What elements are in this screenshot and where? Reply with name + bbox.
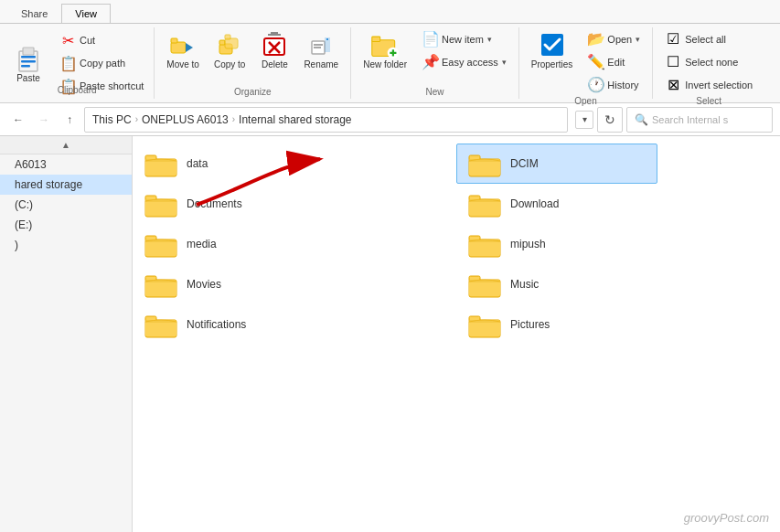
svg-rect-55 — [469, 199, 500, 202]
file-item-dcim[interactable]: DCIM — [456, 144, 657, 184]
copy-to-icon — [215, 30, 244, 59]
clipboard-label: Clipboard — [0, 85, 154, 97]
select-group: ☑ Select all ☐ Select none ⊠ Invert sele… — [653, 27, 764, 99]
svg-marker-7 — [186, 43, 193, 52]
select-none-button[interactable]: ☐ Select none — [658, 50, 759, 73]
svg-rect-9 — [219, 40, 225, 45]
file-item-pictures[interactable]: Pictures — [456, 304, 657, 345]
folder-icon — [144, 230, 177, 258]
file-name: mipush — [510, 238, 546, 250]
address-dropdown-button[interactable]: ▾ — [575, 111, 593, 129]
select-all-button[interactable]: ☑ Select all — [658, 27, 759, 50]
svg-rect-6 — [171, 38, 177, 43]
breadcrumb-sep-2: › — [232, 114, 235, 124]
breadcrumb-this-pc[interactable]: This PC — [92, 113, 132, 126]
copy-path-button[interactable]: 📋 Copy path — [53, 52, 150, 75]
tab-share[interactable]: Share — [7, 4, 61, 23]
svg-rect-31 — [145, 159, 176, 162]
search-placeholder: Search Internal s — [652, 114, 728, 125]
file-item-music[interactable]: Music — [456, 264, 657, 304]
tab-view[interactable]: View — [61, 4, 111, 23]
file-item-data[interactable]: data — [133, 144, 334, 184]
svg-rect-5 — [171, 42, 186, 53]
easy-access-button[interactable]: 📌 Easy access ▾ — [415, 50, 513, 73]
new-folder-button[interactable]: New folder — [357, 27, 413, 72]
sidebar-item-e[interactable]: (E:) — [0, 215, 132, 235]
file-item-notifications[interactable]: Notifications — [133, 304, 334, 345]
file-item-movies[interactable]: Movies — [133, 264, 334, 304]
new-small-btns: 📄 New item ▾ 📌 Easy access ▾ — [415, 27, 513, 73]
file-name: DCIM — [510, 157, 539, 170]
new-item-label: New item — [442, 34, 484, 45]
cut-label: Cut — [80, 35, 95, 46]
address-bar: ← → ↑ This PC › ONEPLUS A6013 › Internal… — [0, 103, 780, 136]
rename-label: Rename — [304, 59, 338, 69]
history-button[interactable]: 🕐 History — [581, 73, 646, 96]
svg-rect-4 — [21, 65, 30, 68]
file-item-documents[interactable]: Documents — [133, 184, 334, 224]
file-item-download[interactable]: Download — [456, 184, 657, 224]
clipboard-group: Paste ✂ Cut 📋 Copy path 📋 Paste shortcut… — [0, 27, 155, 99]
up-button[interactable]: ↑ — [59, 109, 80, 131]
properties-icon — [538, 30, 567, 59]
select-items: ☑ Select all ☐ Select none ⊠ Invert sele… — [658, 27, 759, 96]
folder-icon — [144, 150, 177, 177]
search-box[interactable]: 🔍 Search Internal s — [626, 107, 773, 133]
sidebar-item-c[interactable]: (C:) — [0, 195, 132, 215]
edit-button[interactable]: ✏️ Edit — [581, 50, 646, 73]
sidebar: ▲ A6013 hared storage (C:) (E:) ) — [0, 136, 133, 532]
file-name: Notifications — [187, 318, 246, 331]
new-item-button[interactable]: 📄 New item ▾ — [415, 27, 513, 50]
cut-button[interactable]: ✂ Cut — [53, 29, 150, 52]
sidebar-item-other[interactable]: ) — [0, 235, 132, 255]
paste-button[interactable]: Paste — [4, 41, 53, 86]
file-name: data — [187, 157, 208, 170]
move-to-icon — [168, 30, 198, 59]
properties-button[interactable]: Properties — [525, 27, 580, 72]
breadcrumb-oneplus[interactable]: ONEPLUS A6013 — [142, 113, 229, 126]
back-button[interactable]: ← — [7, 109, 29, 131]
watermark: groovyPost.com — [684, 511, 769, 525]
select-all-icon: ☑ — [665, 30, 681, 48]
svg-rect-39 — [145, 239, 176, 242]
file-content: data Documents media Movie — [133, 136, 780, 532]
delete-label: Delete — [262, 59, 288, 69]
file-column-right: DCIM Download mipush Music — [456, 144, 780, 345]
sidebar-item-shared-storage[interactable]: hared storage — [0, 175, 132, 195]
sidebar-item-a6013[interactable]: A6013 — [0, 154, 132, 175]
forward-button[interactable]: → — [33, 109, 55, 131]
open-items: Properties 📂 Open ▾ ✏️ Edit 🕐 History — [525, 27, 647, 96]
main-area: ▲ A6013 hared storage (C:) (E:) ) data D… — [0, 136, 780, 532]
breadcrumb-internal-storage[interactable]: Internal shared storage — [239, 113, 351, 126]
delete-button[interactable]: Delete — [253, 27, 295, 72]
delete-icon — [260, 30, 289, 59]
breadcrumb-bar: This PC › ONEPLUS A6013 › Internal share… — [84, 107, 568, 133]
file-item-mipush[interactable]: mipush — [456, 224, 657, 264]
open-label: Open — [525, 96, 647, 108]
organize-label: Organize — [160, 87, 345, 99]
ribbon-tabs: Share View — [0, 4, 780, 24]
open-icon: 📂 — [587, 30, 604, 48]
move-to-button[interactable]: Move to — [160, 27, 206, 72]
svg-rect-67 — [469, 320, 500, 323]
properties-label: Properties — [531, 59, 573, 69]
organize-group: Move to Copy to — [155, 27, 351, 99]
new-label: New — [357, 87, 513, 99]
paste-icon — [14, 44, 43, 73]
sidebar-scroll-up[interactable]: ▲ — [0, 136, 132, 154]
organize-items: Move to Copy to — [160, 27, 345, 87]
file-name: Documents — [187, 197, 242, 210]
select-none-label: Select none — [685, 57, 738, 68]
rename-button[interactable]: Rename — [297, 27, 345, 72]
invert-selection-icon: ⊠ — [665, 76, 681, 93]
select-btns: ☑ Select all ☐ Select none ⊠ Invert sele… — [658, 27, 759, 96]
breadcrumb-sep-1: › — [135, 114, 138, 124]
refresh-button[interactable]: ↻ — [597, 107, 623, 133]
file-item-media[interactable]: media — [133, 224, 334, 264]
open-button[interactable]: 📂 Open ▾ — [581, 27, 646, 50]
invert-selection-button[interactable]: ⊠ Invert selection — [658, 73, 759, 96]
copy-to-button[interactable]: Copy to — [208, 27, 251, 72]
svg-rect-2 — [21, 56, 36, 59]
folder-icon — [144, 190, 177, 218]
ribbon-content: Paste ✂ Cut 📋 Copy path 📋 Paste shortcut… — [0, 24, 780, 102]
